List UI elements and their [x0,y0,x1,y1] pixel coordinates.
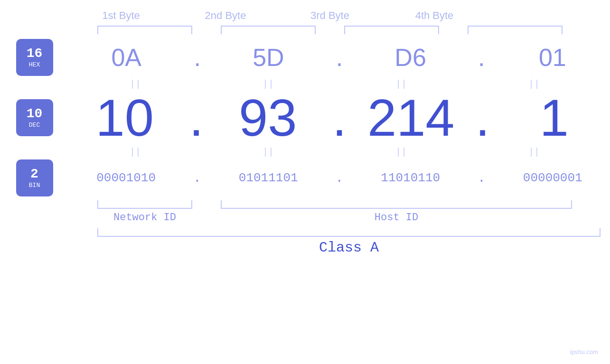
dot-bin-3: . [478,171,486,186]
bin-byte-3: 11010110 [363,171,458,185]
byte-label-3: 3rd Byte [278,9,382,22]
host-id-label: Host ID [221,212,572,224]
dot-dec-3: . [475,92,490,144]
bracket-top-3 [344,26,439,34]
byte-label-4: 4th Byte [382,9,487,22]
bin-byte-4: 00000001 [505,171,600,185]
bracket-top-4 [468,26,563,34]
bracket-class [97,228,601,237]
network-id-label: Network ID [97,212,192,224]
byte-label-2: 2nd Byte [173,9,278,22]
bin-byte-1: 00001010 [79,171,174,185]
dec-byte-4: 1 [507,92,601,144]
equals-2-3: || [354,147,449,158]
dot-bin-1: . [193,171,201,186]
byte-label-1: 1st Byte [69,9,173,22]
equals-2-1: || [88,147,183,158]
equals-2-2: || [221,147,316,158]
bracket-top-2 [221,26,316,34]
watermark: ipshu.com [570,348,598,355]
hex-byte-3: D6 [363,43,458,72]
dot-hex-2: . [336,43,343,72]
dot-dec-1: . [189,92,204,144]
dot-dec-2: . [332,92,347,144]
dot-bin-2: . [336,171,344,186]
bin-byte-2: 01011101 [221,171,316,185]
hex-byte-1: 0A [79,43,174,72]
hex-byte-4: 01 [505,43,600,72]
hex-badge: 16 HEX [16,39,53,76]
bracket-network [97,200,192,209]
bracket-host [221,200,572,209]
dec-byte-2: 93 [220,92,315,144]
dot-hex-3: . [478,43,485,72]
bracket-top-1 [97,26,192,34]
equals-2-4: || [487,147,582,158]
dot-hex-1: . [194,43,201,72]
dec-byte-3: 214 [364,92,459,144]
bin-badge: 2 BIN [16,159,53,196]
class-label: Class A [97,240,601,256]
dec-badge: 10 DEC [16,99,53,136]
dec-byte-1: 10 [77,92,172,144]
hex-byte-2: 5D [221,43,316,72]
